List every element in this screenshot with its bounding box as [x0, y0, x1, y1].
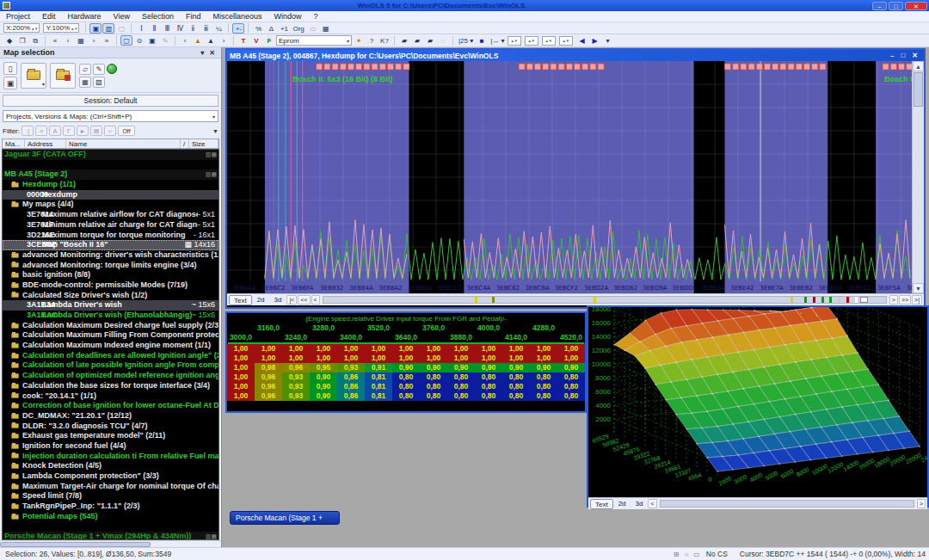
map-row[interactable]: 3D216EMaximum torque for torque monitori… — [3, 231, 218, 241]
width-25-dropdown-button[interactable]: |25 ▾ — [457, 35, 475, 46]
table-cell[interactable]: 0,80 — [447, 391, 475, 401]
quarter-view-button[interactable]: ¼ — [212, 23, 225, 34]
table-cell[interactable]: 0,90 — [310, 391, 337, 401]
signed-toggle-button[interactable]: +- — [232, 23, 244, 34]
filter-button-6[interactable]: ≈ — [104, 126, 116, 136]
table-cell[interactable]: 0,80 — [502, 372, 530, 382]
spinner-arrows-icon[interactable]: ▴ ▾ — [71, 27, 77, 30]
open-dropdown-icon[interactable]: ▾ — [42, 81, 45, 87]
map-row[interactable]: 3A1B34Lambda Driver's wish~ 15x6 — [3, 300, 218, 311]
maplist-col-item[interactable]: / — [181, 139, 189, 148]
table-cell[interactable]: 1,00 — [310, 344, 337, 354]
hscroll-thumb[interactable] — [860, 297, 868, 303]
surface-svg[interactable]: 2000400060008000100001200014000160001800… — [588, 307, 927, 494]
table-cell[interactable]: 0,86 — [337, 382, 365, 391]
hexdump-view[interactable]: Bosch II: 5x3 (16 Bit) (8 Bit)Bosch II: … — [227, 61, 924, 293]
nav-forward-button[interactable]: › — [218, 35, 230, 46]
table-cell[interactable]: 0,80 — [475, 391, 502, 401]
checksum-key-button[interactable]: ✦ — [353, 35, 365, 46]
close-button[interactable]: ✕ — [905, 2, 927, 10]
hexdump-vscrollbar[interactable]: ▲ ▼ — [912, 61, 924, 293]
table-cell[interactable]: 0,80 — [475, 372, 502, 382]
folder-row[interactable]: Calculation of deadlines are allowed Ign… — [3, 351, 218, 361]
jump-next-button[interactable]: › — [88, 35, 100, 46]
map-preview-button[interactable]: ▧ — [93, 77, 105, 88]
nav-right-0[interactable]: > — [917, 499, 926, 508]
table-cell[interactable]: 0,90 — [530, 363, 557, 372]
import-project-button[interactable] — [50, 63, 76, 89]
table-cell[interactable]: 0,86 — [337, 391, 365, 401]
color-box-button[interactable]: ■ — [476, 35, 488, 46]
map-row[interactable]: 3CEB8EMap "Bosch II 16"▦ 14x16 — [3, 240, 218, 250]
table-cell[interactable]: 1,00 — [392, 344, 420, 354]
spinner-arrows-icon[interactable]: ▴ ▾ — [529, 39, 534, 42]
table-cell[interactable]: 0,90 — [447, 363, 475, 372]
folder-row[interactable]: Calculation Maximum Indexed engine momen… — [3, 341, 218, 351]
map-row[interactable]: 3E7614Maximum relative airflow for CAT d… — [3, 210, 218, 220]
folder-row[interactable]: advanced Monitoring: driver's wish chara… — [3, 250, 218, 261]
table-cell[interactable]: 0,80 — [392, 391, 420, 401]
table-cell[interactable]: 0,96 — [255, 372, 282, 382]
filter-button-1[interactable]: ≡ — [35, 126, 47, 136]
map-outline-button[interactable]: ▱ — [79, 64, 91, 75]
table-cell[interactable]: 1,00 — [282, 344, 310, 354]
menu-project[interactable]: Project — [0, 12, 36, 21]
table-cell[interactable]: 0,80 — [447, 382, 475, 391]
link-views-button[interactable]: ▢ — [115, 23, 127, 34]
folder-row[interactable]: cook: "20.14.1" (1/1) — [3, 391, 218, 402]
x-zoom-spinner[interactable]: X:200%▴ ▾ — [3, 23, 40, 33]
window-tile-button[interactable]: ⧉ — [29, 35, 41, 46]
menu-miscellaneous[interactable]: Miscellaneous — [206, 12, 268, 21]
table-cell[interactable]: 1,00 — [255, 354, 282, 363]
open-project-button[interactable]: ▾ — [21, 63, 46, 89]
table-cell[interactable]: 0,98 — [255, 363, 282, 372]
table-cell[interactable]: 0,81 — [365, 382, 392, 391]
table-cell[interactable]: 1,00 — [530, 354, 557, 363]
table-cell[interactable]: 1,00 — [447, 354, 475, 363]
spinner-arrows-icon[interactable]: ▴ ▾ — [546, 39, 551, 42]
table-cell[interactable]: 0,80 — [420, 382, 447, 391]
table-cell[interactable]: 0,90 — [557, 363, 585, 372]
width-auto-dropdown-button[interactable]: |↔ ▾ — [489, 35, 506, 46]
original-view-button[interactable]: Org — [291, 23, 305, 34]
folder-row[interactable]: DC_MDMAX: "21.20.1" (12/12) — [3, 411, 218, 422]
vehicle-1-button[interactable]: ▰ — [398, 35, 410, 46]
table-cell[interactable]: 0,80 — [502, 391, 530, 401]
folder-row[interactable]: Injection duration calculation ti From r… — [3, 452, 218, 462]
table-cell[interactable]: 1,00 — [557, 354, 585, 363]
table-cell[interactable]: 1,00 — [502, 354, 530, 363]
spin-d[interactable]: ▴ ▾ — [559, 36, 573, 46]
hexdump-minimize-icon[interactable]: – — [887, 52, 897, 59]
select-tool-button[interactable]: ▢ — [120, 35, 132, 46]
filter-button-5[interactable]: ▤ — [90, 126, 102, 136]
list-blank-row[interactable] — [3, 521, 218, 532]
table-cell[interactable]: 1,00 — [475, 344, 502, 354]
menu-hardware[interactable]: Hardware — [62, 12, 108, 21]
folder-row[interactable]: Knock Detection (4/5) — [3, 461, 218, 471]
panel-menu-icon[interactable]: ▾ — [198, 49, 206, 57]
table-cell[interactable]: 0,80 — [557, 391, 585, 401]
page-next-button[interactable]: ▶ — [589, 35, 601, 46]
panel-close-icon[interactable]: ✕ — [206, 49, 218, 57]
folder-row[interactable]: Hexdump (1/1) — [3, 180, 218, 190]
window-cascade-button[interactable]: ❐ — [16, 35, 28, 46]
col-width-4-button[interactable]: Ⅳ — [174, 23, 186, 34]
table-cell[interactable]: 0,91 — [365, 363, 392, 372]
goto-map-button[interactable]: ▦ — [75, 35, 87, 46]
maximize-button[interactable]: □ — [889, 2, 903, 10]
table-cell[interactable]: 0,96 — [255, 382, 282, 391]
view-hexdump-button[interactable]: ▣ — [89, 23, 102, 34]
filter-expand-icon[interactable]: ▼ — [212, 128, 218, 134]
tab-3d[interactable]: 3d — [631, 499, 648, 509]
hexdump-plot[interactable]: Bosch II: 5x3 (16 Bit) (8 Bit)Bosch II: … — [227, 61, 914, 297]
table-cell[interactable]: 1,00 — [337, 354, 365, 363]
folder-row[interactable]: Calculation of late possible Ignition an… — [3, 360, 218, 371]
spin-c[interactable]: ▴ ▾ — [542, 36, 556, 46]
float-mode-button[interactable]: F — [263, 35, 275, 46]
spinner-arrows-icon[interactable]: ▴ ▾ — [32, 27, 37, 30]
table-cell[interactable]: 0,80 — [392, 382, 420, 391]
table-cell[interactable]: 1,00 — [337, 344, 365, 354]
table-cell[interactable]: 1,00 — [502, 344, 530, 354]
text-mode-button[interactable]: T — [237, 35, 249, 46]
jump-last-button[interactable]: » — [101, 35, 113, 46]
